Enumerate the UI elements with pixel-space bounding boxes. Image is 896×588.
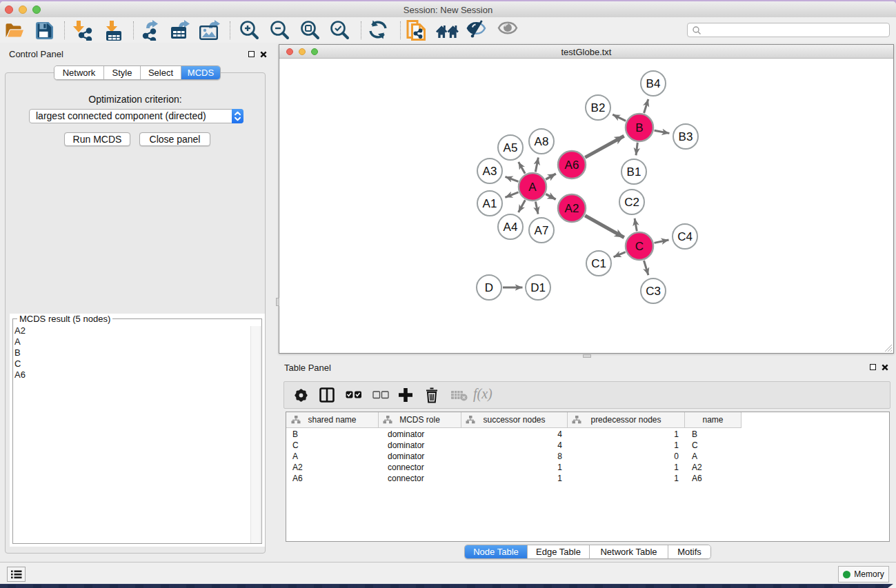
svg-text:B4: B4 bbox=[646, 77, 661, 90]
svg-text:B2: B2 bbox=[591, 101, 606, 114]
svg-text:B: B bbox=[635, 121, 643, 134]
svg-text:A8: A8 bbox=[535, 135, 549, 148]
svg-text:A3: A3 bbox=[483, 165, 497, 178]
svg-text:A5: A5 bbox=[504, 141, 518, 154]
svg-text:A2: A2 bbox=[565, 202, 579, 215]
svg-text:C2: C2 bbox=[624, 196, 639, 209]
svg-text:B1: B1 bbox=[627, 165, 641, 179]
svg-text:C4: C4 bbox=[677, 230, 693, 243]
svg-text:A1: A1 bbox=[483, 197, 497, 210]
svg-text:C1: C1 bbox=[591, 257, 606, 270]
svg-text:D: D bbox=[485, 281, 493, 294]
svg-text:A7: A7 bbox=[535, 224, 549, 237]
svg-text:A: A bbox=[528, 181, 537, 194]
svg-text:A4: A4 bbox=[504, 221, 518, 234]
svg-text:C3: C3 bbox=[646, 285, 661, 298]
svg-text:B3: B3 bbox=[679, 130, 693, 143]
svg-text:A6: A6 bbox=[565, 159, 579, 172]
svg-text:C: C bbox=[635, 240, 644, 253]
svg-text:D1: D1 bbox=[530, 281, 546, 294]
